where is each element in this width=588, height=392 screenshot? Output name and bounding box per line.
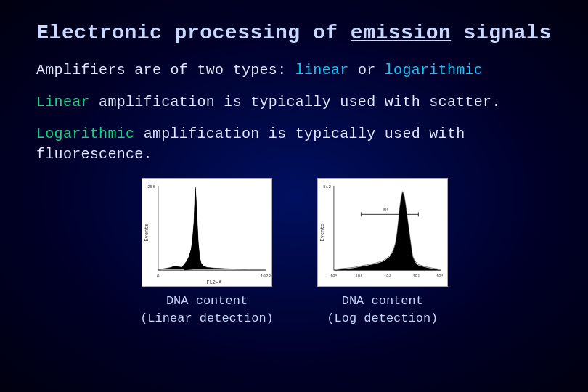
svg-rect-0 bbox=[142, 179, 271, 286]
left-caption-line2: (Linear detection) bbox=[140, 311, 274, 325]
linear-chart: Events FL2-A 0 1023 256 bbox=[142, 179, 271, 286]
svg-text:10²: 10² bbox=[384, 274, 391, 279]
right-caption: DNA content (Log detection) bbox=[327, 293, 438, 327]
line2-rest: amplification is typically used with sca… bbox=[90, 94, 501, 110]
log-chart: Events 10⁰ 10¹ 10² 10³ 10⁴ 512 bbox=[318, 179, 447, 286]
line-linear: Linear amplification is typically used w… bbox=[36, 92, 552, 113]
images-row: Events FL2-A 0 1023 256 bbox=[36, 178, 552, 327]
svg-text:1023: 1023 bbox=[261, 274, 271, 279]
line-logarithmic: Logarithmic amplification is typically u… bbox=[36, 124, 552, 165]
title-underlined: emission bbox=[351, 22, 451, 44]
title-prefix: Electronic processing of bbox=[36, 22, 351, 44]
right-caption-line2: (Log detection) bbox=[327, 311, 438, 325]
svg-text:10³: 10³ bbox=[412, 274, 420, 279]
line1-middle: or bbox=[349, 62, 385, 78]
svg-text:10⁰: 10⁰ bbox=[330, 274, 338, 279]
slide: Electronic processing of emission signal… bbox=[0, 0, 588, 392]
slide-title: Electronic processing of emission signal… bbox=[36, 22, 552, 44]
left-caption-line1: DNA content bbox=[166, 294, 248, 308]
svg-text:10⁴: 10⁴ bbox=[436, 274, 444, 279]
line1-word1: linear bbox=[295, 62, 349, 78]
log-chart-container: Events 10⁰ 10¹ 10² 10³ 10⁴ 512 bbox=[317, 178, 448, 287]
svg-text:512: 512 bbox=[323, 184, 331, 189]
linear-chart-svg: Events FL2-A 0 1023 256 bbox=[142, 179, 271, 286]
line3-highlighted: Logarithmic bbox=[36, 126, 134, 142]
title-suffix: signals bbox=[451, 22, 551, 44]
svg-text:0: 0 bbox=[157, 274, 160, 279]
log-chart-svg: Events 10⁰ 10¹ 10² 10³ 10⁴ 512 bbox=[318, 179, 447, 286]
line1-word2: logarithmic bbox=[385, 62, 483, 78]
left-caption: DNA content (Linear detection) bbox=[140, 293, 274, 327]
svg-text:Events: Events bbox=[319, 224, 325, 242]
svg-text:FL2-A: FL2-A bbox=[207, 279, 223, 285]
right-image-block: Events 10⁰ 10¹ 10² 10³ 10⁴ 512 bbox=[317, 178, 448, 327]
left-image-block: Events FL2-A 0 1023 256 bbox=[140, 178, 274, 327]
svg-text:256: 256 bbox=[147, 184, 155, 189]
line2-highlighted: Linear bbox=[36, 94, 90, 110]
svg-text:M1: M1 bbox=[383, 208, 389, 213]
svg-text:Events: Events bbox=[144, 224, 150, 242]
right-caption-line1: DNA content bbox=[342, 294, 423, 308]
line1-prefix: Amplifiers are of two types: bbox=[36, 62, 295, 78]
linear-chart-container: Events FL2-A 0 1023 256 bbox=[142, 178, 272, 287]
line-amplifiers: Amplifiers are of two types: linear or l… bbox=[36, 60, 552, 81]
svg-text:10¹: 10¹ bbox=[355, 274, 362, 279]
